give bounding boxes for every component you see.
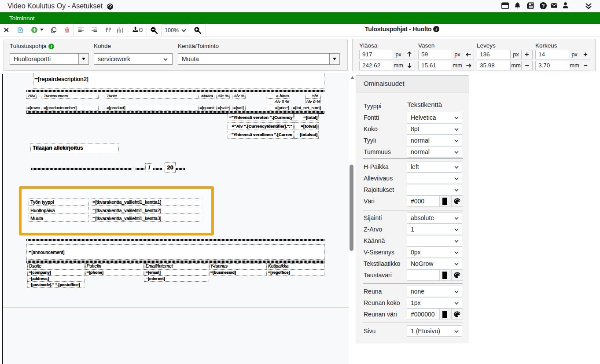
svg-text:i: i [436, 27, 437, 32]
svg-text:?: ? [542, 3, 545, 8]
svg-text:i: i [51, 44, 52, 49]
